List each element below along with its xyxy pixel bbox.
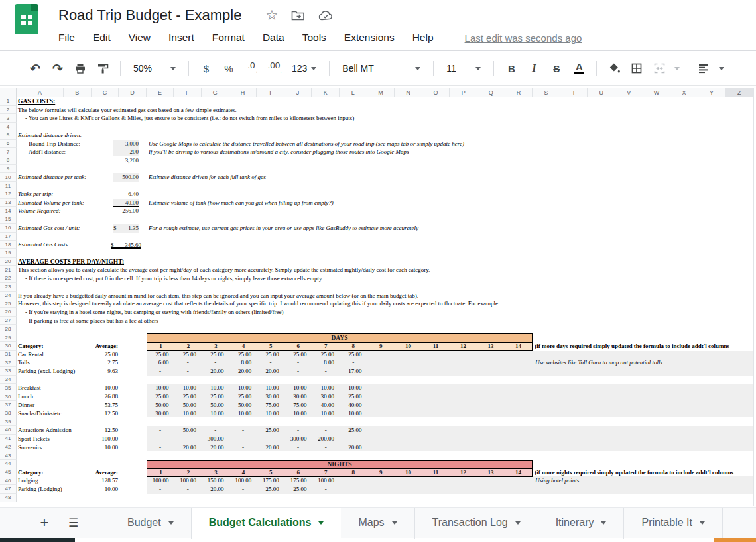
row-header-40[interactable]: 40 <box>0 426 17 435</box>
row-header-27[interactable]: 27 <box>0 317 17 325</box>
text-cell[interactable]: AVERAGE COSTS PER DAY/NIGHT: <box>18 258 124 266</box>
col-header-L[interactable]: L <box>340 88 367 97</box>
day-value-cell[interactable]: 75.00 <box>284 401 312 409</box>
day-value-cell[interactable]: 25.00 <box>147 392 174 401</box>
col-header-V[interactable]: V <box>615 88 643 97</box>
day-column-header[interactable]: 2 <box>174 469 202 477</box>
day-column-header[interactable]: 6 <box>284 469 312 477</box>
day-value-cell[interactable]: 30.00 <box>257 392 284 401</box>
day-value-cell[interactable]: 50.00 <box>174 401 202 409</box>
row-header-32[interactable]: 32 <box>0 358 17 367</box>
day-value-cell[interactable]: 10.00 <box>340 384 367 392</box>
sheet-tab-itinerary[interactable]: Itinerary <box>538 508 625 539</box>
day-column-header[interactable]: 14 <box>505 469 532 477</box>
row-header-21[interactable]: 21 <box>0 266 17 274</box>
day-value-cell[interactable]: 50.00 <box>202 401 229 409</box>
day-value-cell[interactable]: 40.00 <box>312 401 340 409</box>
day-value-cell[interactable]: 175.00 <box>284 476 312 485</box>
cloud-saved-icon[interactable] <box>318 10 333 21</box>
day-value-cell[interactable]: 10.00 <box>312 409 340 418</box>
col-header-T[interactable]: T <box>560 88 588 97</box>
average-value-cell[interactable]: 10.00 <box>66 384 118 392</box>
menu-view[interactable]: View <box>129 32 151 44</box>
day-column-header[interactable]: 6 <box>284 343 312 351</box>
day-value-cell[interactable]: - <box>312 485 340 494</box>
note-cell[interactable]: Estimate distance driven for each full t… <box>149 173 266 182</box>
text-cell[interactable]: - You can use Litres & KM's or Gallons &… <box>25 114 354 123</box>
day-column-header[interactable]: 13 <box>477 469 504 477</box>
row-header-11[interactable]: 11 <box>0 182 17 190</box>
increase-decimal-button[interactable]: .00→ <box>265 60 283 77</box>
day-value-cell[interactable]: 10.00 <box>174 384 202 392</box>
row-header-23[interactable]: 23 <box>0 283 17 292</box>
day-value-cell[interactable]: 100.00 <box>147 476 174 485</box>
day-value-cell[interactable]: 25.00 <box>340 426 367 435</box>
day-value-cell[interactable]: 10.00 <box>257 409 284 418</box>
grid-corner-cell[interactable] <box>0 88 17 97</box>
paint-format-button[interactable] <box>94 60 111 77</box>
day-value-cell[interactable]: 30.00 <box>312 392 340 401</box>
col-header-B[interactable]: B <box>64 88 92 97</box>
decrease-decimal-button[interactable]: .0← <box>243 60 260 77</box>
average-header-label[interactable]: Average: <box>66 342 118 351</box>
text-cell[interactable]: - If you're staying in a hotel some nigh… <box>25 308 284 317</box>
tab-caret-icon[interactable] <box>392 521 397 525</box>
scrollbar-thumb-strip[interactable] <box>0 538 75 542</box>
day-column-header[interactable]: 4 <box>229 343 257 351</box>
value-cell[interactable]: 40.00 <box>113 199 139 207</box>
document-title[interactable]: Road Trip Budget - Example <box>58 7 241 24</box>
text-cell[interactable]: Estimated Volume per tank: <box>18 199 84 207</box>
day-value-cell[interactable]: 10.00 <box>284 409 312 418</box>
day-value-cell[interactable]: 10.00 <box>202 384 229 392</box>
day-value-cell[interactable]: 25.00 <box>340 392 367 401</box>
value-cell[interactable]: 6.40 <box>113 190 139 199</box>
day-value-cell[interactable]: 150.00 <box>202 476 229 485</box>
format-currency-button[interactable]: $ <box>198 60 215 77</box>
day-value-cell[interactable]: 20.00 <box>340 443 367 452</box>
day-value-cell[interactable]: - <box>174 367 202 376</box>
category-name-cell[interactable]: Souvenirs <box>18 443 42 452</box>
row-side-note[interactable]: Use websites like Toll Guru to map out p… <box>535 358 662 367</box>
day-column-header[interactable]: 5 <box>257 469 284 477</box>
day-value-cell[interactable]: 20.00 <box>229 367 257 376</box>
day-column-header[interactable]: 9 <box>367 469 394 477</box>
col-header-A[interactable]: A <box>17 88 64 97</box>
col-header-H[interactable]: H <box>229 88 257 97</box>
day-column-header[interactable]: 12 <box>450 469 477 477</box>
row-header-39[interactable]: 39 <box>0 417 17 426</box>
category-name-cell[interactable]: Sport Tickets <box>18 435 50 443</box>
day-column-header[interactable]: 1 <box>147 343 174 351</box>
row-header-9[interactable]: 9 <box>0 165 17 174</box>
day-value-cell[interactable]: 10.00 <box>174 409 202 418</box>
day-value-cell[interactable]: - <box>147 443 174 452</box>
day-value-cell[interactable]: 50.00 <box>174 426 202 435</box>
day-value-cell[interactable]: 25.00 <box>174 392 202 401</box>
average-header-label[interactable]: Average: <box>66 468 118 477</box>
day-value-cell[interactable]: - <box>202 426 229 435</box>
row-header-2[interactable]: 2 <box>0 106 17 115</box>
day-value-cell[interactable]: 20.00 <box>202 367 229 376</box>
average-value-cell[interactable]: 9.63 <box>66 367 118 376</box>
note-cell[interactable]: Use Google Maps to calculate the distanc… <box>149 140 464 148</box>
day-value-cell[interactable]: 300.00 <box>284 435 312 443</box>
day-value-cell[interactable]: 25.00 <box>174 351 202 359</box>
text-cell[interactable]: GAS COSTS: <box>18 97 55 106</box>
note-cell[interactable]: If you'll be driving to various destinat… <box>149 148 409 156</box>
row-side-note[interactable]: Using hotel points.. <box>535 476 582 485</box>
row-header-20[interactable]: 20 <box>0 258 17 266</box>
row-header-44[interactable]: 44 <box>0 460 17 468</box>
day-value-cell[interactable]: - <box>257 435 284 443</box>
day-value-cell[interactable]: - <box>312 426 340 435</box>
star-icon[interactable]: ☆ <box>265 7 278 23</box>
row-header-17[interactable]: 17 <box>0 233 17 241</box>
category-name-cell[interactable]: Dinner <box>18 401 34 409</box>
average-value-cell[interactable]: 53.75 <box>66 401 118 409</box>
col-header-G[interactable]: G <box>202 88 229 97</box>
tab-caret-icon[interactable] <box>700 521 705 525</box>
average-value-cell[interactable]: 12.50 <box>66 409 118 418</box>
day-value-cell[interactable]: - <box>202 358 229 367</box>
row-header-13[interactable]: 13 <box>0 199 17 207</box>
value-cell[interactable]: 500.00 <box>113 173 139 182</box>
average-value-cell[interactable]: 128.57 <box>66 476 118 485</box>
value-cell[interactable]: $1.35 <box>113 224 139 233</box>
